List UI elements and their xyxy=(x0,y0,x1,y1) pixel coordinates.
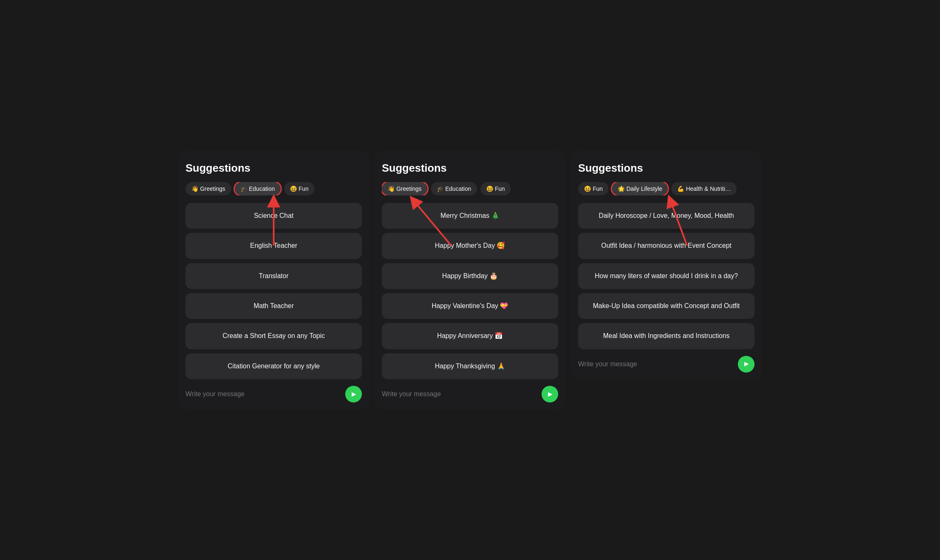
tab-greetings[interactable]: 👋 Greetings xyxy=(186,182,231,195)
phone-panel-panel-education: Suggestions👋 Greetings🎓 Education😆 FunSc… xyxy=(178,150,369,410)
suggestions-list: Daily Horoscope / Love, Money, Mood, Hea… xyxy=(578,203,754,349)
send-icon: ► xyxy=(547,390,554,399)
phone-panel-panel-daily-lifestyle: Suggestions😆 Fun🌟 Daily Lifestyle💪 Healt… xyxy=(571,150,762,380)
message-input-row: ► xyxy=(186,386,362,402)
tabs-row: 👋 Greetings🎓 Education😆 Fun xyxy=(186,182,362,195)
suggestions-list: Merry Christmas 🎄Happy Mother's Day 🥰Hap… xyxy=(382,203,558,379)
tab-education[interactable]: 🎓 Education xyxy=(235,182,281,195)
send-icon: ► xyxy=(743,360,750,368)
suggestion-item[interactable]: Outfit Idea / harmonious with Event Conc… xyxy=(578,233,754,259)
message-input[interactable] xyxy=(186,390,341,398)
suggestion-item[interactable]: Math Teacher xyxy=(186,293,362,319)
suggestion-item[interactable]: Make-Up Idea compatible with Concept and… xyxy=(578,293,754,319)
tab-daily-lifestyle[interactable]: 🌟 Daily Lifestyle xyxy=(612,182,668,195)
tab-fun[interactable]: 😆 Fun xyxy=(578,182,609,195)
panel-title: Suggestions xyxy=(186,162,362,175)
message-input-row: ► xyxy=(382,386,558,402)
suggestions-list: Science ChatEnglish TeacherTranslatorMat… xyxy=(186,203,362,379)
screenshots-container: Suggestions👋 Greetings🎓 Education😆 FunSc… xyxy=(178,150,762,410)
suggestion-item[interactable]: How many liters of water should I drink … xyxy=(578,263,754,289)
suggestion-item[interactable]: Happy Birthday 🎂 xyxy=(382,263,558,289)
suggestion-item[interactable]: Happy Valentine's Day 💝 xyxy=(382,293,558,319)
tabs-row: 👋 Greetings🎓 Education😆 Fun xyxy=(382,182,558,195)
tabs-row: 😆 Fun🌟 Daily Lifestyle💪 Health & Nutriti… xyxy=(578,182,754,195)
suggestion-item[interactable]: Happy Anniversary 📅 xyxy=(382,323,558,349)
tab-greetings[interactable]: 👋 Greetings xyxy=(382,182,428,195)
suggestion-item[interactable]: English Teacher xyxy=(186,233,362,259)
tab-education[interactable]: 🎓 Education xyxy=(431,182,477,195)
send-button[interactable]: ► xyxy=(345,386,362,402)
tab-fun[interactable]: 😆 Fun xyxy=(284,182,314,195)
suggestion-item[interactable]: Citation Generator for any style xyxy=(186,353,362,379)
suggestion-item[interactable]: Happy Mother's Day 🥰 xyxy=(382,233,558,259)
phone-panel-panel-greetings: Suggestions👋 Greetings🎓 Education😆 FunMe… xyxy=(374,150,566,410)
suggestion-item[interactable]: Merry Christmas 🎄 xyxy=(382,203,558,229)
suggestion-item[interactable]: Translator xyxy=(186,263,362,289)
tab-fun[interactable]: 😆 Fun xyxy=(480,182,511,195)
message-input-row: ► xyxy=(578,356,754,373)
send-icon: ► xyxy=(350,390,358,399)
suggestion-item[interactable]: Meal Idea with Ingredients and Instructi… xyxy=(578,323,754,349)
suggestion-item[interactable]: Happy Thanksgiving 🙏 xyxy=(382,353,558,379)
message-input[interactable] xyxy=(382,390,537,398)
send-button[interactable]: ► xyxy=(738,356,754,373)
message-input[interactable] xyxy=(578,360,734,368)
suggestion-item[interactable]: Create a Short Essay on any Topic xyxy=(186,323,362,349)
panel-title: Suggestions xyxy=(578,162,754,175)
suggestion-item[interactable]: Daily Horoscope / Love, Money, Mood, Hea… xyxy=(578,203,754,229)
suggestion-item[interactable]: Science Chat xyxy=(186,203,362,229)
panel-title: Suggestions xyxy=(382,162,558,175)
tab-health[interactable]: 💪 Health & Nutriti… xyxy=(671,182,737,195)
send-button[interactable]: ► xyxy=(542,386,558,402)
